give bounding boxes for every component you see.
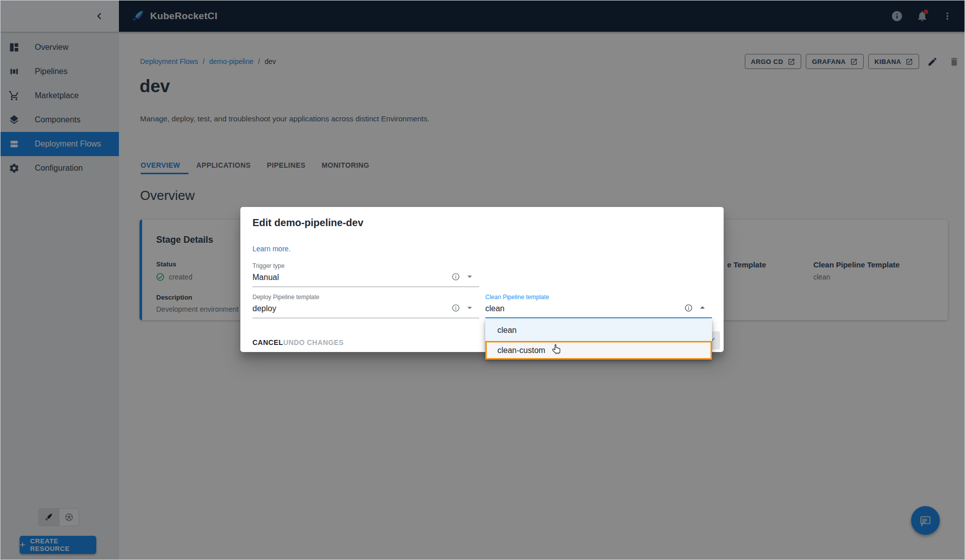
trigger-type-label: Trigger type [252,262,479,269]
option-clean-custom[interactable]: clean-custom [485,341,712,360]
info-outline-icon[interactable] [452,272,460,281]
learn-more-link[interactable]: Learn more. [252,245,290,253]
info-outline-icon[interactable] [452,304,460,312]
clean-template-value: clean [485,304,712,313]
clean-template-dropdown: clean clean-custom [485,319,712,360]
deploy-template-label: Deploy Pipeline template [252,294,479,301]
clean-template-field[interactable]: Clean Pipeline template clean [485,294,712,318]
clean-template-label: Clean Pipeline template [485,294,712,301]
undo-changes-button[interactable]: UNDO CHANGES [279,334,348,351]
trigger-type-field[interactable]: Trigger type Manual [252,262,479,287]
dialog-title: Edit demo-pipeline-dev [252,217,363,229]
chevron-down-icon[interactable] [464,271,475,282]
deploy-template-field[interactable]: Deploy Pipeline template deploy [252,294,479,318]
chevron-down-icon[interactable] [464,302,475,313]
option-clean[interactable]: clean [485,319,712,341]
deploy-template-value: deploy [252,304,479,313]
trigger-type-value: Manual [252,273,479,282]
chevron-up-icon[interactable] [697,302,708,313]
info-outline-icon[interactable] [684,304,693,312]
app-window: KubeRocketCI Ov [0,0,965,560]
mouse-pointer-cursor [551,343,562,356]
